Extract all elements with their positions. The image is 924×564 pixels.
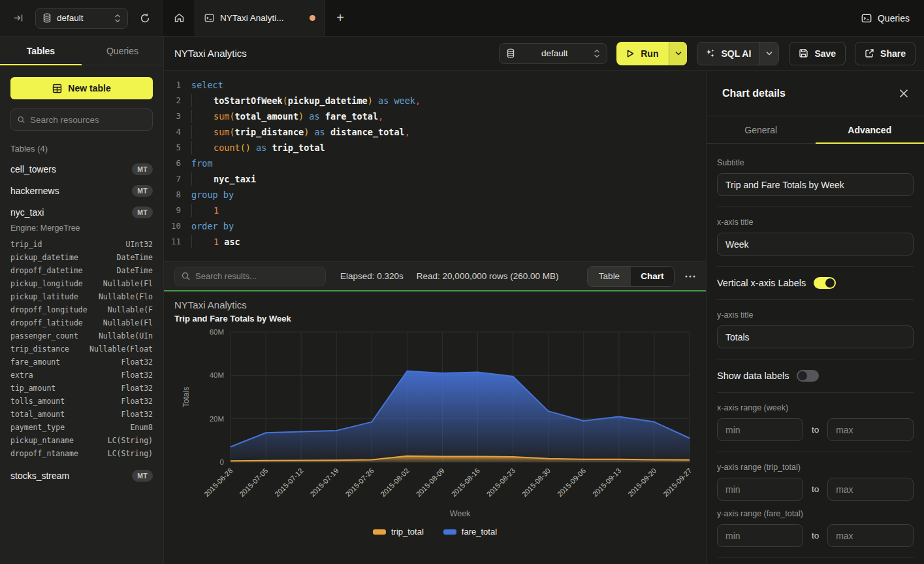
- column-name: pickup_datetime: [10, 253, 78, 262]
- line-number: 3: [164, 108, 181, 124]
- column-row-pickup_longitude[interactable]: pickup_longitudeNullable(Fl: [10, 277, 153, 290]
- column-row-extra[interactable]: extraFloat32: [10, 369, 153, 382]
- close-panel-button[interactable]: [899, 89, 908, 98]
- y-range-trip-max-input[interactable]: [827, 478, 914, 501]
- line-number: 4: [164, 124, 181, 140]
- legend-item-trip_total[interactable]: trip_total: [373, 527, 424, 537]
- column-row-dropoff_datetime[interactable]: dropoff_datetimeDateTime: [10, 264, 153, 277]
- subtitle-input[interactable]: [717, 173, 914, 196]
- column-row-tip_amount[interactable]: tip_amountFloat32: [10, 382, 153, 395]
- table-item-cell_towers[interactable]: cell_towersMT: [10, 163, 153, 175]
- sidebar-tab-tables[interactable]: Tables: [0, 37, 82, 65]
- area-chart: 020M40M60M2015-06-282015-07-052015-07-12…: [164, 291, 706, 524]
- tab-nytaxi-analytics[interactable]: NYTaxi Analyti...: [195, 0, 325, 36]
- chevron-updown-icon: [594, 49, 600, 58]
- x-tick-label: 2015-09-20: [626, 467, 658, 498]
- column-name: dropoff_longitude: [10, 305, 88, 314]
- divider: [717, 299, 914, 300]
- vertical-x-labels-toggle[interactable]: [814, 277, 836, 289]
- y-range-trip-min-input[interactable]: [717, 478, 803, 501]
- refresh-icon[interactable]: [136, 9, 154, 27]
- column-row-pickup_ntaname[interactable]: pickup_ntanameLC(String): [10, 434, 153, 447]
- sql-ai-caret[interactable]: [759, 42, 778, 65]
- column-row-trip_distance[interactable]: trip_distanceNullable(Float: [10, 342, 153, 356]
- tab-bar: NYTaxi Analyti... + Queries: [163, 0, 924, 36]
- code-line-2: 2toStartOfWeek(pickup_datetime) as week,: [164, 93, 706, 108]
- resources-search: [10, 108, 153, 131]
- run-options-caret[interactable]: [669, 42, 687, 65]
- code-line-4: 4sum(trip_distance) as distance_total,: [164, 124, 706, 140]
- legend-label: trip_total: [391, 527, 424, 537]
- table-item-stocks_stream[interactable]: stocks_streamMT: [10, 470, 153, 482]
- column-row-fare_amount[interactable]: fare_amountFloat32: [10, 356, 153, 369]
- results-search-input[interactable]: [195, 271, 319, 281]
- x-tick-label: 2015-09-27: [661, 467, 693, 498]
- sql-editor[interactable]: 1select2toStartOfWeek(pickup_datetime) a…: [164, 71, 706, 261]
- divider: [717, 359, 914, 359]
- show-data-labels-toggle[interactable]: [797, 370, 819, 382]
- table-item-nyc_taxi[interactable]: nyc_taxiMT: [10, 207, 153, 218]
- column-row-passenger_count[interactable]: passenger_countNullable(UIn: [10, 329, 153, 342]
- column-name: tolls_amount: [10, 397, 65, 406]
- column-name: payment_type: [10, 423, 65, 432]
- new-table-button[interactable]: New table: [10, 77, 153, 99]
- column-row-pickup_datetime[interactable]: pickup_datetimeDateTime: [10, 251, 153, 264]
- y-range-fare-max-input[interactable]: [827, 524, 914, 547]
- column-row-payment_type[interactable]: payment_typeEnum8: [10, 421, 153, 434]
- column-row-tolls_amount[interactable]: tolls_amountFloat32: [10, 395, 153, 408]
- more-options-button[interactable]: [685, 275, 695, 278]
- column-name: extra: [10, 371, 33, 380]
- share-button[interactable]: Share: [855, 42, 916, 65]
- new-tab-button[interactable]: +: [325, 0, 355, 36]
- view-toggle-table[interactable]: Table: [588, 267, 631, 286]
- x-range-min-input[interactable]: [717, 418, 803, 441]
- resources-search-input[interactable]: [30, 115, 146, 125]
- column-name: total_amount: [10, 410, 65, 419]
- collapse-sidebar-icon[interactable]: [9, 9, 27, 27]
- engine-badge: MT: [132, 185, 153, 197]
- code-line-1: 1select: [164, 77, 706, 93]
- line-number: 9: [164, 203, 181, 218]
- code-text: group by: [191, 187, 234, 203]
- line-number: 2: [164, 93, 181, 108]
- column-type: Float32: [121, 410, 153, 419]
- panel-tab-advanced[interactable]: Advanced: [816, 116, 924, 143]
- save-button[interactable]: Save: [789, 42, 846, 65]
- new-table-label: New table: [68, 83, 110, 93]
- database-icon: [42, 13, 52, 23]
- run-button[interactable]: Run: [616, 42, 669, 65]
- ellipsis-icon: [685, 275, 695, 278]
- sidebar-tab-queries[interactable]: Queries: [82, 37, 163, 65]
- legend-item-fare_total[interactable]: fare_total: [443, 527, 497, 537]
- column-row-trip_id[interactable]: trip_idUInt32: [10, 238, 153, 251]
- vertical-x-labels-label: Vertical x-axis Labels: [717, 278, 806, 288]
- terminal-icon: [204, 13, 214, 23]
- table-item-hackernews[interactable]: hackernewsMT: [10, 185, 153, 197]
- code-text: select: [191, 77, 223, 93]
- divider: [717, 392, 914, 393]
- column-row-dropoff_latitude[interactable]: dropoff_latitudeNullable(Fl: [10, 316, 153, 329]
- x-range-max-input[interactable]: [827, 418, 914, 441]
- run-database-selector[interactable]: default: [499, 43, 607, 64]
- table-icon: [52, 84, 62, 93]
- y-axis-title-input[interactable]: [717, 325, 914, 348]
- app-window: default NYTaxi Analyti... +: [0, 0, 924, 564]
- save-icon: [799, 48, 808, 58]
- view-toggle: Table Chart: [587, 266, 675, 287]
- queries-button[interactable]: Queries: [847, 0, 924, 36]
- elapsed-stat: Elapsed: 0.320s: [340, 271, 404, 281]
- sql-ai-button[interactable]: SQL AI: [697, 42, 759, 65]
- x-axis-title: Week: [450, 509, 471, 518]
- view-toggle-chart[interactable]: Chart: [631, 267, 674, 286]
- column-row-pickup_latitude[interactable]: pickup_latitudeNullable(Flo: [10, 290, 153, 303]
- x-range-label: x-axis range (week): [717, 403, 914, 412]
- column-row-dropoff_ntaname[interactable]: dropoff_ntanameLC(String): [10, 447, 153, 460]
- home-button[interactable]: [163, 0, 195, 36]
- x-axis-title-input[interactable]: [717, 233, 914, 256]
- column-row-total_amount[interactable]: total_amountFloat32: [10, 408, 153, 421]
- y-range-fare-min-input[interactable]: [717, 524, 803, 547]
- y-tick-label: 60M: [210, 328, 224, 336]
- database-selector[interactable]: default: [35, 8, 128, 29]
- column-row-dropoff_longitude[interactable]: dropoff_longitudeNullable(F: [10, 303, 153, 316]
- panel-tab-general[interactable]: General: [707, 116, 816, 143]
